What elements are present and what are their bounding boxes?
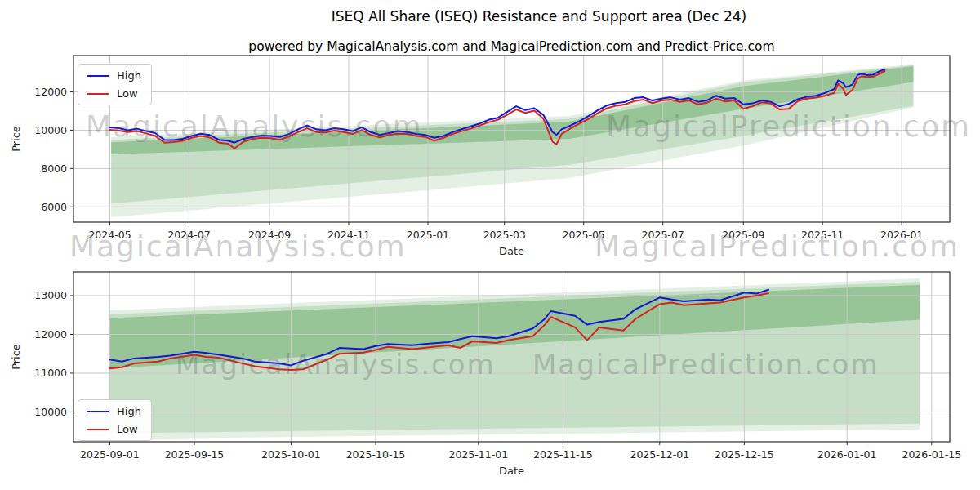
y-axis-label: Price — [10, 344, 22, 370]
x-tick-label: 2025-11 — [801, 229, 844, 241]
low-line-swatch — [87, 93, 109, 95]
x-tick-label: 2025-12-01 — [630, 448, 689, 461]
x-tick-label: 2025-09 — [722, 229, 764, 241]
y-tick-label: 13000 — [34, 289, 67, 301]
y-axis-label: Price — [10, 126, 22, 152]
y-tick-label: 6000 — [41, 201, 67, 213]
legend-label-high: High — [117, 405, 141, 417]
x-tick-label: 2025-10-15 — [346, 448, 406, 461]
y-tick-label: 11000 — [34, 367, 67, 379]
figure: ISEQ All Share (ISEQ) Resistance and Sup… — [0, 0, 980, 490]
x-tick-label: 2025-07 — [642, 229, 684, 241]
x-tick-label: 2025-12-15 — [715, 448, 774, 461]
x-tick-label: 2024-09 — [248, 229, 291, 241]
x-tick-label: 2026-01-15 — [902, 448, 961, 461]
y-tick-label: 10000 — [34, 406, 67, 418]
x-tick-label: 2026-01-01 — [817, 448, 877, 461]
x-tick-label: 2024-07 — [167, 229, 210, 241]
high-line-swatch — [87, 411, 109, 412]
y-tick-label: 12000 — [34, 86, 67, 98]
x-tick-label: 2026-01 — [880, 229, 923, 241]
x-tick-label: 2025-05 — [563, 229, 605, 241]
x-axis-label: Date — [499, 465, 524, 477]
legend-top-chart: High Low — [78, 64, 152, 105]
low-line-swatch — [87, 429, 109, 430]
x-tick-label: 2024-05 — [88, 229, 131, 241]
x-tick-label: 2025-11-01 — [448, 448, 508, 461]
legend-bottom-chart: High Low — [78, 399, 152, 441]
legend-item-low: Low — [87, 423, 141, 435]
x-tick-label: 2024-11 — [327, 229, 370, 241]
legend-label-low: Low — [117, 87, 138, 100]
x-tick-label: 2025-01 — [407, 229, 449, 241]
x-tick-label: 2025-03 — [483, 229, 526, 241]
y-tick-label: 8000 — [41, 163, 67, 175]
legend-label-high: High — [117, 69, 141, 82]
x-axis-label: Date — [499, 245, 524, 257]
legend-label-low: Low — [117, 423, 138, 435]
y-tick-label: 12000 — [34, 328, 67, 341]
y-tick-label: 10000 — [34, 124, 67, 136]
legend-item-low: Low — [87, 87, 141, 100]
x-tick-label: 2025-10-01 — [261, 448, 321, 461]
x-tick-label: 2025-09-01 — [80, 448, 140, 461]
high-line-swatch — [87, 75, 109, 77]
x-tick-label: 2025-11-15 — [533, 448, 593, 461]
legend-item-high: High — [87, 405, 141, 417]
x-tick-label: 2025-09-15 — [165, 448, 225, 461]
legend-item-high: High — [87, 69, 141, 82]
